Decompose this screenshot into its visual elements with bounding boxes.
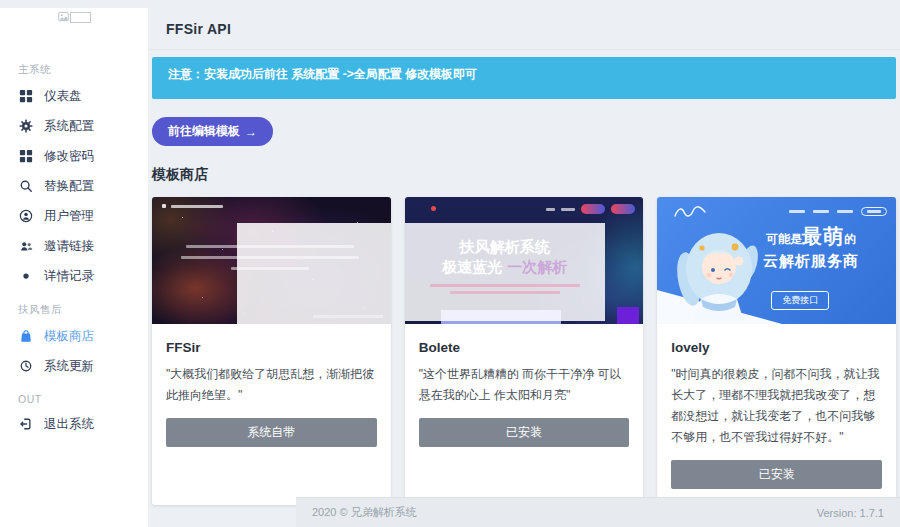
template-card-bolete: 扶风解析系统 极速蓝光一次解析 Bolete "这个世界乱糟糟的 [405,197,644,505]
broken-image-alt-box [70,12,91,23]
lovely-banner-post: 的 [844,232,856,246]
card-body: FFSir "大概我们都败给了胡思乱想，渐渐把彼此推向绝望。" 系统自带 [152,324,391,463]
bolete-banner-text: 扶风解析系统 极速蓝光一次解析 [405,237,605,294]
preview-subtext-placeholder [405,284,605,294]
sidebar-item-label: 替换配置 [44,178,94,195]
gear-icon [18,119,33,134]
card-quote: "这个世界乱糟糟的 而你干干净净 可以悬在我的心上 作太阳和月亮" [419,364,630,406]
banner-purple-block [617,307,639,324]
card-title: Bolete [419,340,630,355]
main-content: FFSir API 注意：安装成功后前往 系统配置 ->全局配置 修改模板即可 … [148,0,900,527]
text-placeholder-bar [867,210,881,213]
edit-template-button[interactable]: 前往编辑模板 → [152,117,273,146]
template-card-ffsir: FFSir "大概我们都败给了胡思乱想，渐渐把彼此推向绝望。" 系统自带 [152,197,391,505]
footer-copyright: 2020 © 兄弟解析系统 [312,505,417,520]
lovely-banner-pre: 可能是 [766,232,802,246]
search-icon [18,179,33,194]
sidebar-item-label: 邀请链接 [44,238,94,255]
lovely-banner-big: 最萌 [802,225,844,247]
grid-icon [18,149,33,164]
sidebar-item-system-update[interactable]: 系统更新 [18,351,148,381]
sidebar-item-label: 用户管理 [44,208,94,225]
gradient-pill-button [611,204,635,214]
template-cards-row: FFSir "大概我们都败给了胡思乱想，渐渐把彼此推向绝望。" 系统自带 [152,197,896,505]
sidebar: 主系统 仪表盘 系统配置 修改密码 替换配置 [0,8,148,527]
lovely-banner-text: 可能是最萌的 云解析服务商 [726,225,896,269]
red-dot-icon [431,206,436,211]
text-placeholder-bar [789,210,805,213]
page-footer: 2020 © 兄弟解析系统 Version: 1.7.1 [296,497,900,527]
outlined-pill-button [861,207,887,216]
sidebar-item-invite-link[interactable]: 邀请链接 [18,231,148,261]
sidebar-item-label: 修改密码 [44,148,94,165]
sidebar-item-dashboard[interactable]: 仪表盘 [18,81,148,111]
card-quote: "时间真的很赖皮，问都不问我，就让我长大了，理都不理我就把我改变了，想都没想过，… [671,364,882,448]
users-icon [18,239,33,254]
free-api-badge: 免费接口 [771,291,829,310]
sidebar-section-aftersale: 扶风售后 [18,303,148,317]
text-placeholder-bar [430,284,580,287]
edit-template-button-label: 前往编辑模板 [168,123,240,140]
preview-topbar [405,197,644,219]
template-shop-heading: 模板商店 [152,166,896,184]
bolete-banner-subtitle: 极速蓝光一次解析 [405,257,605,277]
preview-nav-placeholder [546,204,635,214]
lovely-banner-line1: 可能是最萌的 [726,225,896,248]
preview-nav-placeholder [162,204,223,208]
logout-icon [18,417,33,432]
bolete-status-button[interactable]: 已安装 [419,418,630,447]
text-placeholder-bar [171,205,223,208]
sidebar-item-label: 系统配置 [44,118,94,135]
shopping-bag-icon [18,329,33,344]
arrow-right-icon: → [245,125,257,139]
text-placeholder-bar [546,208,555,211]
lovely-preview-image: 可能是最萌的 云解析服务商 免费接口 [657,197,896,324]
content-column: 注意：安装成功后前往 系统配置 ->全局配置 修改模板即可 前往编辑模板 → 模… [152,57,896,505]
sidebar-item-label: 退出系统 [44,416,94,433]
text-placeholder-bar [837,210,853,213]
sidebar-item-system-config[interactable]: 系统配置 [18,111,148,141]
bolete-banner-subtitle-strong: 极速蓝光 [442,258,502,275]
sidebar-item-template-shop[interactable]: 模板商店 [18,321,148,351]
lovely-status-button[interactable]: 已安装 [671,460,882,489]
bolete-banner-subtitle-faded: 一次解析 [507,258,567,275]
bolete-preview-image: 扶风解析系统 极速蓝光一次解析 [405,197,644,324]
sidebar-item-change-password[interactable]: 修改密码 [18,141,148,171]
sidebar-item-replace-config[interactable]: 替换配置 [18,171,148,201]
page-header: FFSir API [148,0,900,50]
dashboard-icon [18,89,33,104]
sidebar-item-user-management[interactable]: 用户管理 [18,201,148,231]
broken-image-icon [58,11,91,33]
sidebar-item-label: 详情记录 [44,268,94,285]
sidebar-item-label: 模板商店 [44,328,94,345]
sidebar-section-out: OUT [18,393,148,405]
footer-version: Version: 1.7.1 [817,507,884,519]
ffsir-preview-image [152,197,391,324]
bolete-banner-title: 扶风解析系统 [405,237,605,257]
sidebar-item-label: 系统更新 [44,358,94,375]
install-notice-alert: 注意：安装成功后前往 系统配置 ->全局配置 修改模板即可 [152,57,896,99]
lovely-banner-line2: 云解析服务商 [726,252,896,269]
template-card-lovely: 可能是最萌的 云解析服务商 免费接口 lovely "时间真的很赖皮，问都不问我… [657,197,896,505]
card-title: lovely [671,340,882,355]
text-placeholder-bar [813,210,829,213]
text-placeholder-bar [162,204,166,208]
text-placeholder-bar [450,291,560,294]
preview-nav-placeholder [789,207,887,216]
sidebar-item-detail-records[interactable]: 详情记录 [18,261,148,291]
sidebar-item-logout[interactable]: 退出系统 [18,409,148,439]
sidebar-item-label: 仪表盘 [44,88,82,105]
user-icon [18,209,33,224]
white-overlay [237,223,391,324]
logo-row [0,8,148,33]
gradient-pill-button [581,204,605,214]
nebula-stars [152,197,153,198]
card-body: lovely "时间真的很赖皮，问都不问我，就让我长大了，理都不理我就把我改变了… [657,324,896,505]
sidebar-section-main: 主系统 [18,63,148,77]
ffsir-status-button[interactable]: 系统自带 [166,418,377,447]
clock-icon [18,359,33,374]
dot-icon [18,269,33,284]
text-placeholder-bar [561,208,575,211]
page-title: FFSir API [166,21,231,37]
card-quote: "大概我们都败给了胡思乱想，渐渐把彼此推向绝望。" [166,364,377,406]
